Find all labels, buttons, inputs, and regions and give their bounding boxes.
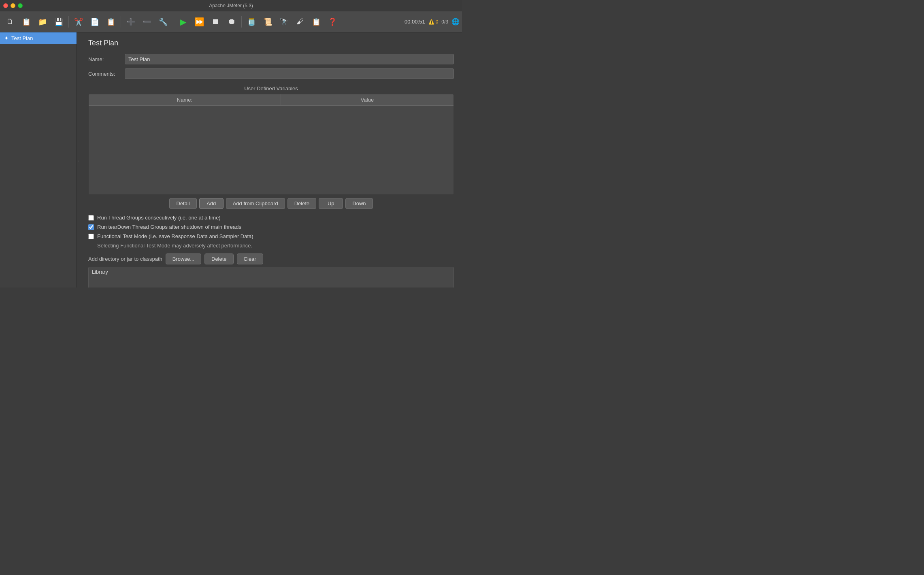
variables-section-title: User Defined Variables (88, 85, 454, 92)
toolbar-right: 00:00:51 ⚠️ 0 0/3 🌐 (405, 18, 460, 26)
separator-4 (241, 16, 242, 28)
shutdown-button[interactable]: ⏺ (224, 14, 239, 30)
run-consecutively-checkbox[interactable] (88, 215, 94, 221)
name-column-header: Name: (89, 94, 281, 106)
run-teardown-row: Run tearDown Thread Groups after shutdow… (88, 224, 454, 230)
separator-3 (173, 16, 173, 28)
list-button[interactable]: 📋 (309, 14, 324, 30)
traffic-lights (3, 3, 23, 8)
down-button[interactable]: Down (345, 198, 373, 209)
content-area: Test Plan Name: Comments: User Defined V… (80, 32, 462, 288)
paste-button[interactable]: 📋 (103, 14, 119, 30)
functional-mode-row: Functional Test Mode (i.e. save Response… (88, 233, 454, 239)
close-button[interactable] (3, 3, 8, 8)
sidebar: ✦ Test Plan (0, 32, 77, 288)
binoculars-button[interactable]: 🔭 (276, 14, 292, 30)
browse-button[interactable]: Browse... (166, 253, 201, 264)
name-label: Name: (88, 56, 125, 62)
add-from-clipboard-button[interactable]: Add from Clipboard (226, 198, 285, 209)
new-button[interactable]: 🗋 (2, 14, 18, 30)
name-row: Name: (88, 54, 454, 64)
sidebar-item-label: Test Plan (11, 35, 33, 41)
templates-button[interactable]: 📋 (19, 14, 34, 30)
open-button[interactable]: 📁 (35, 14, 50, 30)
functional-mode-label: Functional Test Mode (i.e. save Response… (97, 233, 253, 239)
checkboxes-section: Run Thread Groups consecutively (i.e. on… (88, 215, 454, 249)
remote-icon: 🌐 (451, 18, 460, 26)
save-button[interactable]: 💾 (51, 14, 66, 30)
delete-classpath-button[interactable]: Delete (204, 253, 234, 264)
value-column-header: Value (281, 94, 454, 106)
comments-label: Comments: (88, 71, 125, 77)
thread-ratio: 0/3 (441, 19, 448, 25)
clear-button[interactable]: Clear (237, 253, 263, 264)
minimize-button[interactable] (11, 3, 15, 8)
functional-mode-warning: Selecting Functional Test Mode may adver… (97, 243, 454, 249)
cut-button[interactable]: ✂️ (71, 14, 86, 30)
maximize-button[interactable] (18, 3, 23, 8)
sidebar-item-test-plan[interactable]: ✦ Test Plan (0, 32, 77, 44)
elapsed-time: 00:00:51 (405, 19, 425, 25)
toggle-button[interactable]: 🔧 (155, 14, 171, 30)
test-plan-icon: ✦ (4, 35, 9, 41)
classpath-row: Add directory or jar to classpath Browse… (88, 253, 454, 264)
comments-input[interactable] (125, 68, 454, 79)
log-button[interactable]: 📜 (260, 14, 275, 30)
start-button[interactable]: ▶ (175, 14, 191, 30)
detail-button[interactable]: Detail (169, 198, 196, 209)
variables-table-body (89, 106, 454, 195)
page-title: Test Plan (88, 39, 454, 47)
run-teardown-checkbox[interactable] (88, 224, 94, 230)
add-button[interactable]: ➕ (123, 14, 138, 30)
run-consecutively-label: Run Thread Groups consecutively (i.e. on… (97, 215, 221, 221)
jar-button[interactable]: 🫙 (244, 14, 259, 30)
library-list: Library (88, 267, 454, 288)
name-input[interactable] (125, 54, 454, 64)
up-button[interactable]: Up (319, 198, 343, 209)
remove-button[interactable]: ➖ (139, 14, 155, 30)
functional-mode-checkbox[interactable] (88, 234, 94, 239)
warning-count: 0 (436, 19, 439, 25)
run-consecutively-row: Run Thread Groups consecutively (i.e. on… (88, 215, 454, 221)
separator-2 (121, 16, 121, 28)
copy-button[interactable]: 📄 (87, 14, 102, 30)
main-layout: ✦ Test Plan ⋮ Test Plan Name: Comments: … (0, 32, 462, 288)
window-title: Apache JMeter (5.3) (209, 3, 253, 9)
run-teardown-label: Run tearDown Thread Groups after shutdow… (97, 224, 241, 230)
toolbar: 🗋 📋 📁 💾 ✂️ 📄 📋 ➕ ➖ 🔧 ▶ ⏩ ⏹ ⏺ 🫙 📜 🔭 🖌 📋 ❓… (0, 11, 462, 32)
variables-table: Name: Value (88, 94, 454, 195)
comments-row: Comments: (88, 68, 454, 79)
title-bar: Apache JMeter (5.3) (0, 0, 462, 11)
separator-1 (68, 16, 69, 28)
paint-button[interactable]: 🖌 (292, 14, 308, 30)
start-no-pause-button[interactable]: ⏩ (192, 14, 207, 30)
add-variable-button[interactable]: Add (199, 198, 224, 209)
table-buttons: Detail Add Add from Clipboard Delete Up … (88, 198, 454, 209)
stop-button[interactable]: ⏹ (208, 14, 223, 30)
delete-variable-button[interactable]: Delete (287, 198, 317, 209)
warning-indicator: ⚠️ 0 (428, 19, 439, 25)
classpath-label: Add directory or jar to classpath (88, 256, 162, 262)
resize-handle[interactable]: ⋮ (77, 32, 80, 288)
library-item: Library (92, 269, 108, 275)
help-button[interactable]: ❓ (325, 14, 340, 30)
